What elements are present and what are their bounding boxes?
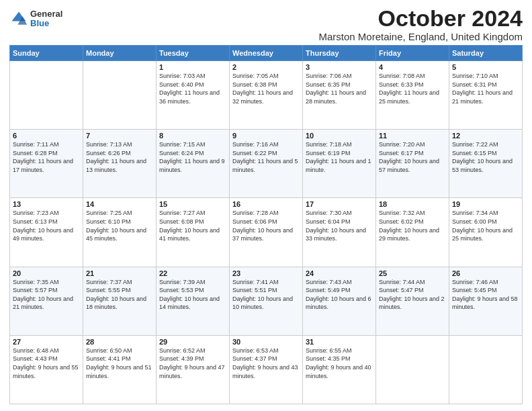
day-info: Sunrise: 7:13 AM Sunset: 6:26 PM Dayligh… [86, 140, 153, 174]
day-cell: 9Sunrise: 7:16 AM Sunset: 6:22 PM Daylig… [230, 130, 303, 198]
day-number: 29 [159, 338, 226, 346]
day-number: 23 [232, 269, 300, 277]
header-row: Sunday Monday Tuesday Wednesday Thursday… [10, 46, 523, 61]
day-info: Sunrise: 7:16 AM Sunset: 6:22 PM Dayligh… [232, 140, 300, 174]
logo-general: General [30, 9, 62, 19]
day-cell: 5Sunrise: 7:10 AM Sunset: 6:31 PM Daylig… [449, 61, 523, 130]
day-info: Sunrise: 7:10 AM Sunset: 6:31 PM Dayligh… [452, 72, 519, 105]
day-cell [83, 61, 157, 130]
day-cell: 6Sunrise: 7:11 AM Sunset: 6:28 PM Daylig… [10, 130, 83, 198]
calendar-body: 1Sunrise: 7:03 AM Sunset: 6:40 PM Daylig… [10, 61, 523, 404]
day-number: 6 [13, 132, 80, 140]
logo: General Blue [9, 9, 62, 29]
header-friday: Friday [376, 46, 449, 61]
day-cell: 20Sunrise: 7:35 AM Sunset: 5:57 PM Dayli… [10, 267, 83, 335]
day-number: 18 [379, 200, 446, 208]
day-number: 13 [13, 200, 80, 208]
week-row-3: 13Sunrise: 7:23 AM Sunset: 6:13 PM Dayli… [10, 198, 523, 267]
day-cell: 29Sunrise: 6:52 AM Sunset: 4:39 PM Dayli… [157, 335, 230, 404]
day-number: 17 [306, 200, 373, 208]
day-cell: 24Sunrise: 7:43 AM Sunset: 5:49 PM Dayli… [303, 267, 376, 335]
day-cell: 14Sunrise: 7:25 AM Sunset: 6:10 PM Dayli… [83, 198, 157, 267]
day-info: Sunrise: 7:43 AM Sunset: 5:49 PM Dayligh… [306, 278, 373, 312]
week-row-5: 27Sunrise: 6:48 AM Sunset: 4:43 PM Dayli… [10, 335, 523, 404]
day-number: 12 [452, 132, 519, 140]
day-number: 16 [232, 200, 300, 208]
header-thursday: Thursday [303, 46, 376, 61]
day-cell: 30Sunrise: 6:53 AM Sunset: 4:37 PM Dayli… [230, 335, 303, 404]
day-info: Sunrise: 7:39 AM Sunset: 5:53 PM Dayligh… [159, 278, 226, 312]
day-cell: 8Sunrise: 7:15 AM Sunset: 6:24 PM Daylig… [157, 130, 230, 198]
day-cell: 23Sunrise: 7:41 AM Sunset: 5:51 PM Dayli… [230, 267, 303, 335]
day-number: 9 [232, 132, 300, 140]
week-row-1: 1Sunrise: 7:03 AM Sunset: 6:40 PM Daylig… [10, 61, 523, 130]
day-info: Sunrise: 7:03 AM Sunset: 6:40 PM Dayligh… [159, 72, 226, 105]
day-cell: 11Sunrise: 7:20 AM Sunset: 6:17 PM Dayli… [376, 130, 449, 198]
day-cell [376, 335, 449, 404]
day-info: Sunrise: 7:30 AM Sunset: 6:04 PM Dayligh… [306, 209, 373, 242]
day-number: 2 [232, 63, 300, 71]
day-number: 31 [306, 338, 373, 346]
header-saturday: Saturday [449, 46, 523, 61]
day-info: Sunrise: 6:50 AM Sunset: 4:41 PM Dayligh… [86, 347, 153, 380]
day-number: 8 [159, 132, 226, 140]
day-info: Sunrise: 7:20 AM Sunset: 6:17 PM Dayligh… [379, 140, 446, 174]
calendar-header: Sunday Monday Tuesday Wednesday Thursday… [10, 46, 523, 61]
title-section: October 2024 Marston Moretaine, England,… [318, 7, 523, 42]
header-wednesday: Wednesday [230, 46, 303, 61]
day-cell: 31Sunrise: 6:55 AM Sunset: 4:35 PM Dayli… [303, 335, 376, 404]
day-info: Sunrise: 6:52 AM Sunset: 4:39 PM Dayligh… [159, 347, 226, 380]
header-monday: Monday [83, 46, 157, 61]
day-cell: 16Sunrise: 7:28 AM Sunset: 6:06 PM Dayli… [230, 198, 303, 267]
day-cell: 1Sunrise: 7:03 AM Sunset: 6:40 PM Daylig… [157, 61, 230, 130]
day-info: Sunrise: 7:32 AM Sunset: 6:02 PM Dayligh… [379, 209, 446, 242]
day-number: 7 [86, 132, 153, 140]
day-cell: 3Sunrise: 7:06 AM Sunset: 6:35 PM Daylig… [303, 61, 376, 130]
day-cell: 4Sunrise: 7:08 AM Sunset: 6:33 PM Daylig… [376, 61, 449, 130]
day-number: 11 [379, 132, 446, 140]
day-cell: 21Sunrise: 7:37 AM Sunset: 5:55 PM Dayli… [83, 267, 157, 335]
day-number: 15 [159, 200, 226, 208]
calendar-page: General Blue October 2024 Marston Moreta… [0, 0, 532, 411]
day-number: 21 [86, 269, 153, 277]
day-number: 24 [306, 269, 373, 277]
day-cell: 2Sunrise: 7:05 AM Sunset: 6:38 PM Daylig… [230, 61, 303, 130]
header-tuesday: Tuesday [157, 46, 230, 61]
day-number: 22 [159, 269, 226, 277]
day-info: Sunrise: 7:11 AM Sunset: 6:28 PM Dayligh… [13, 140, 80, 174]
day-number: 30 [232, 338, 300, 346]
day-info: Sunrise: 7:34 AM Sunset: 6:00 PM Dayligh… [452, 209, 519, 242]
logo-blue: Blue [30, 19, 62, 28]
day-number: 14 [86, 200, 153, 208]
day-cell: 19Sunrise: 7:34 AM Sunset: 6:00 PM Dayli… [449, 198, 523, 267]
day-cell: 15Sunrise: 7:27 AM Sunset: 6:08 PM Dayli… [157, 198, 230, 267]
day-number: 27 [13, 338, 80, 346]
day-info: Sunrise: 7:41 AM Sunset: 5:51 PM Dayligh… [232, 278, 300, 312]
day-cell: 7Sunrise: 7:13 AM Sunset: 6:26 PM Daylig… [83, 130, 157, 198]
day-number: 20 [13, 269, 80, 277]
day-info: Sunrise: 7:22 AM Sunset: 6:15 PM Dayligh… [452, 140, 519, 174]
day-cell: 26Sunrise: 7:46 AM Sunset: 5:45 PM Dayli… [449, 267, 523, 335]
day-number: 3 [306, 63, 373, 71]
day-cell: 12Sunrise: 7:22 AM Sunset: 6:15 PM Dayli… [449, 130, 523, 198]
day-info: Sunrise: 7:18 AM Sunset: 6:19 PM Dayligh… [306, 140, 373, 174]
page-header: General Blue October 2024 Marston Moreta… [9, 7, 523, 42]
location: Marston Moretaine, England, United Kingd… [318, 31, 523, 42]
day-number: 4 [379, 63, 446, 71]
day-cell: 10Sunrise: 7:18 AM Sunset: 6:19 PM Dayli… [303, 130, 376, 198]
day-info: Sunrise: 6:53 AM Sunset: 4:37 PM Dayligh… [232, 347, 300, 380]
day-info: Sunrise: 7:27 AM Sunset: 6:08 PM Dayligh… [159, 209, 226, 242]
week-row-4: 20Sunrise: 7:35 AM Sunset: 5:57 PM Dayli… [10, 267, 523, 335]
day-number: 10 [306, 132, 373, 140]
day-info: Sunrise: 7:08 AM Sunset: 6:33 PM Dayligh… [379, 72, 446, 105]
day-cell [10, 61, 83, 130]
week-row-2: 6Sunrise: 7:11 AM Sunset: 6:28 PM Daylig… [10, 130, 523, 198]
logo-icon [9, 9, 28, 28]
day-info: Sunrise: 7:05 AM Sunset: 6:38 PM Dayligh… [232, 72, 300, 105]
day-info: Sunrise: 7:35 AM Sunset: 5:57 PM Dayligh… [13, 278, 80, 312]
day-info: Sunrise: 7:15 AM Sunset: 6:24 PM Dayligh… [159, 140, 226, 174]
day-info: Sunrise: 6:55 AM Sunset: 4:35 PM Dayligh… [306, 347, 373, 380]
day-cell: 22Sunrise: 7:39 AM Sunset: 5:53 PM Dayli… [157, 267, 230, 335]
day-number: 1 [159, 63, 226, 71]
day-number: 19 [452, 200, 519, 208]
